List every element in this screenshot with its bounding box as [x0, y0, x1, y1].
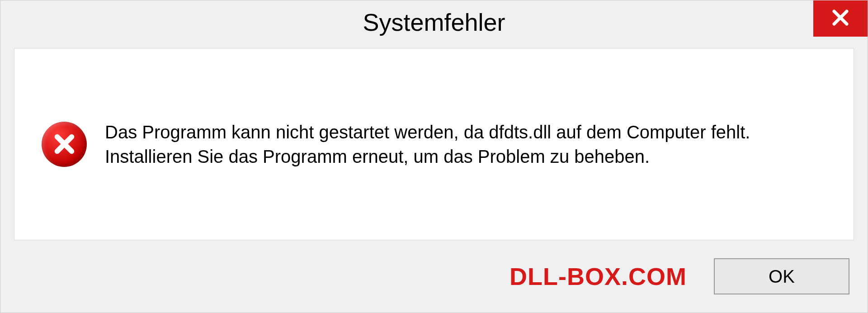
- error-icon: [42, 122, 87, 167]
- dialog-title: Systemfehler: [363, 8, 505, 36]
- close-icon: [831, 8, 850, 29]
- error-dialog: Systemfehler Das Programm kann nicht ges…: [0, 0, 868, 313]
- error-message: Das Programm kann nicht gestartet werden…: [105, 120, 826, 169]
- ok-button-label: OK: [769, 266, 795, 287]
- content-panel: Das Programm kann nicht gestartet werden…: [14, 48, 854, 240]
- dialog-footer: DLL-BOX.COM OK: [0, 249, 868, 313]
- watermark-text: DLL-BOX.COM: [509, 262, 687, 290]
- titlebar: Systemfehler: [0, 0, 868, 43]
- ok-button[interactable]: OK: [714, 258, 849, 294]
- close-button[interactable]: [813, 0, 868, 37]
